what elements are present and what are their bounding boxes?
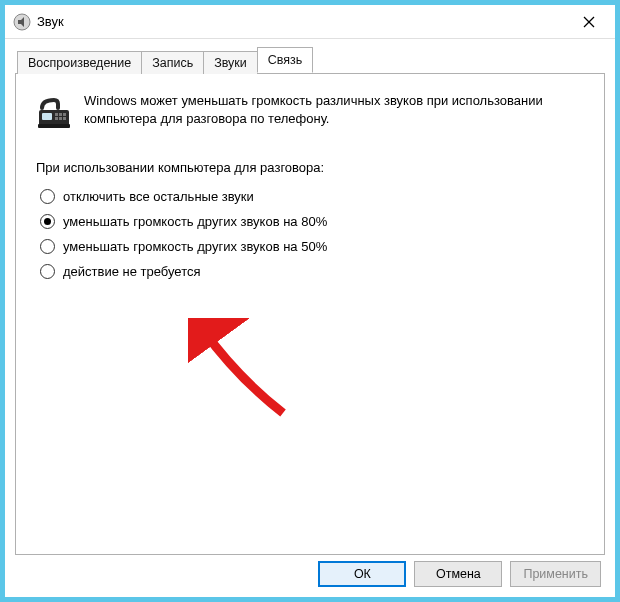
radio-mute-all[interactable]: отключить все остальные звуки (40, 189, 584, 204)
tab-sounds[interactable]: Звуки (203, 51, 258, 74)
svg-rect-5 (55, 113, 58, 116)
close-button[interactable] (569, 8, 609, 36)
svg-rect-6 (59, 113, 62, 116)
tab-recording[interactable]: Запись (141, 51, 204, 74)
radio-icon (40, 214, 55, 229)
close-icon (583, 16, 595, 28)
tab-playback[interactable]: Воспроизведение (17, 51, 142, 74)
radio-icon (40, 189, 55, 204)
svg-rect-7 (63, 113, 66, 116)
radio-reduce-50[interactable]: уменьшать громкость других звуков на 50% (40, 239, 584, 254)
annotation-arrow-icon (188, 318, 298, 428)
svg-rect-4 (42, 113, 52, 120)
intro-section: Windows может уменьшать громкость различ… (36, 92, 584, 130)
radio-reduce-80[interactable]: уменьшать громкость других звуков на 80% (40, 214, 584, 229)
svg-rect-10 (63, 117, 66, 120)
radio-label: уменьшать громкость других звуков на 50% (63, 239, 327, 254)
window-title: Звук (37, 14, 569, 29)
radio-group-label: При использовании компьютера для разгово… (36, 160, 584, 175)
tabstrip: Воспроизведение Запись Звуки Связь (17, 47, 605, 73)
cancel-button[interactable]: Отмена (414, 561, 502, 587)
dialog-button-row: ОК Отмена Применить (318, 561, 601, 587)
titlebar: Звук (5, 5, 615, 39)
radio-label: действие не требуется (63, 264, 201, 279)
radio-label: отключить все остальные звуки (63, 189, 254, 204)
radio-do-nothing[interactable]: действие не требуется (40, 264, 584, 279)
tab-panel-communications: Windows может уменьшать громкость различ… (15, 73, 605, 555)
apply-button[interactable]: Применить (510, 561, 601, 587)
dialog-body: Воспроизведение Запись Звуки Связь (5, 39, 615, 549)
svg-rect-11 (38, 124, 70, 128)
radio-icon (40, 264, 55, 279)
tab-communications[interactable]: Связь (257, 47, 314, 73)
svg-rect-8 (55, 117, 58, 120)
svg-rect-9 (59, 117, 62, 120)
phone-device-icon (36, 94, 72, 130)
radio-label: уменьшать громкость других звуков на 80% (63, 214, 327, 229)
ok-button[interactable]: ОК (318, 561, 406, 587)
sound-dialog-window: Звук Воспроизведение Запись Звуки Связь (0, 0, 620, 602)
sound-icon (13, 13, 31, 31)
radio-icon (40, 239, 55, 254)
intro-text: Windows может уменьшать громкость различ… (84, 92, 584, 127)
